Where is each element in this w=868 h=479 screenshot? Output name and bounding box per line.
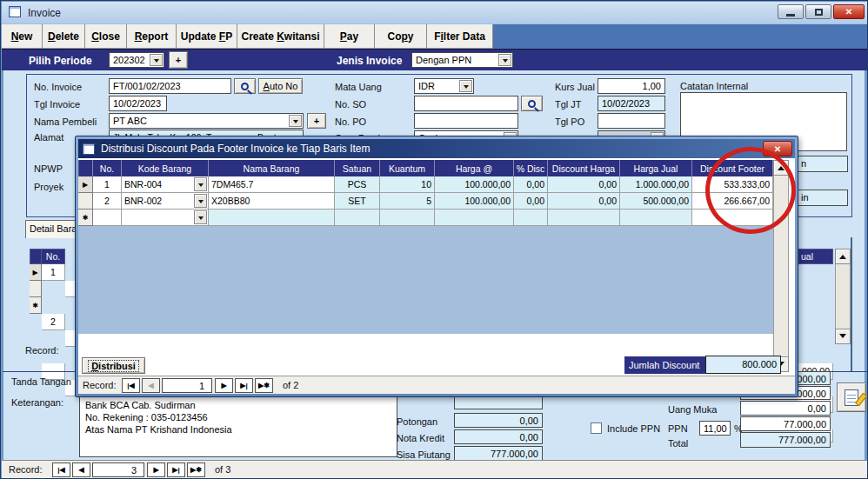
row-selector[interactable]: ▶ [78, 176, 93, 193]
no-so-field[interactable] [414, 96, 518, 111]
dialog-title-bar: Distribusi Discount Pada Footer Invoice … [78, 139, 795, 158]
filter-data-button[interactable]: Filter Data [427, 24, 493, 49]
no-so-label: No. SO [335, 99, 366, 110]
include-ppn-label: Include PPN [607, 423, 660, 434]
kode-barang-combobox[interactable]: BNR-004 [122, 176, 209, 193]
dropdown-icon[interactable] [498, 54, 511, 66]
search-so-button[interactable] [521, 96, 543, 111]
jenis-invoice-combobox[interactable]: Dengan PPN [411, 52, 513, 68]
new-row-selector[interactable]: ✱ [78, 210, 93, 226]
no-invoice-field[interactable]: FT/001/02/2023 [109, 78, 231, 94]
new-button[interactable]: New [2, 24, 43, 49]
search-invoice-button[interactable] [234, 78, 256, 94]
minimize-icon [786, 14, 795, 17]
tgl-invoice-field[interactable]: 10/02/2023 [109, 96, 167, 111]
include-ppn-checkbox[interactable] [591, 422, 602, 434]
items-grid-record-label: Record: [25, 345, 59, 356]
record-position-field[interactable]: 3 [92, 462, 144, 477]
record-count-label: of 2 [283, 380, 298, 390]
close-icon: ✕ [774, 144, 781, 154]
dialog-title: Distribusi Discount Pada Footer Invoice … [101, 143, 370, 155]
items-grid-selector-header [30, 249, 42, 264]
prev-record-button[interactable]: ◀ [72, 462, 90, 477]
jumlah-discount-field[interactable]: 800.000 [705, 356, 781, 374]
pay-button[interactable]: Pay [324, 24, 375, 49]
dialog-grid-row: ▶ 1 BNR-004 7DM465.7 PCS 10 100.000,00 0… [78, 176, 773, 193]
dropdown-icon[interactable] [289, 115, 302, 127]
hidden-field-fragment-1[interactable]: n [794, 156, 848, 172]
row-selector[interactable] [30, 281, 42, 297]
add-periode-button[interactable]: + [169, 51, 188, 69]
next-record-button[interactable]: ▶ [147, 462, 165, 477]
next-record-button[interactable]: ▶ [215, 378, 233, 393]
nama-pembeli-combobox[interactable]: PT ABC [109, 113, 304, 129]
maximize-button[interactable] [805, 4, 831, 19]
distribusi-button[interactable]: Distribusi [82, 357, 145, 374]
last-record-button[interactable]: ▶| [167, 462, 185, 477]
keterangan-label: Keterangan: [11, 397, 63, 408]
hidden-field-fragment-2[interactable]: in [794, 190, 848, 206]
prev-record-button[interactable]: ◀ [142, 378, 160, 393]
update-fp-button[interactable]: Update FP [177, 24, 237, 49]
auto-no-button[interactable]: Auto No [258, 78, 303, 94]
title-bar: Invoice [2, 2, 868, 23]
catatan-internal-label: Catatan Internal [680, 81, 748, 91]
new-record-button[interactable]: ▶✱ [187, 462, 205, 477]
red-annotation-circle [705, 147, 796, 234]
keterangan-textarea[interactable]: Bank BCA Cab. Sudirman No. Rekening : 03… [79, 396, 397, 457]
panel-right-border [851, 237, 852, 372]
dropdown-icon[interactable] [194, 177, 207, 191]
last-record-button[interactable]: ▶| [235, 378, 253, 393]
dialog-grid-header: No. Kode Barang Nama Barang Satuan Kuant… [78, 160, 773, 176]
add-pembeli-button[interactable]: + [307, 113, 326, 129]
dropdown-icon[interactable] [194, 210, 207, 224]
ppn-value-field[interactable]: 77.000,00 [740, 416, 831, 431]
items-grid-cell[interactable]: 1 [42, 264, 65, 281]
new-row-selector[interactable]: ✱ [30, 297, 42, 314]
sisa-piutang-field[interactable]: 777.000,00 [454, 446, 543, 461]
copy-button[interactable]: Copy [375, 24, 427, 49]
tgl-po-label: Tgl PO [555, 116, 584, 127]
scrollbar-track[interactable] [835, 264, 851, 329]
search-icon [241, 83, 249, 90]
potongan-field[interactable]: 0,00 [454, 413, 543, 428]
close-invoice-button[interactable]: Close [85, 24, 127, 49]
kurs-jual-field[interactable]: 1,00 [598, 78, 665, 94]
total-field[interactable]: 777.000,00 [740, 432, 831, 448]
minimize-button[interactable] [778, 4, 804, 19]
no-po-field[interactable] [414, 113, 518, 129]
report-button[interactable]: Report [127, 24, 177, 49]
tab-detail-barang[interactable]: Detail Barang [25, 220, 77, 238]
invoice-window: Invoice ✕ New Delete Close Report Update… [0, 0, 868, 479]
first-record-button[interactable]: |◀ [52, 462, 70, 477]
kode-barang-combobox[interactable]: BNR-002 [122, 193, 209, 210]
row-selector[interactable] [78, 193, 93, 210]
scroll-down-button[interactable] [835, 329, 851, 344]
mata-uang-combobox[interactable]: IDR [414, 78, 474, 94]
close-button[interactable]: ✕ [833, 4, 865, 19]
dropdown-icon[interactable] [150, 54, 163, 66]
no-po-label: No. PO [335, 116, 366, 127]
ppn-rate-field[interactable]: 11,00 [699, 421, 731, 436]
delete-button[interactable]: Delete [43, 24, 85, 49]
new-row-icon: ✱ [83, 214, 89, 222]
periode-combobox[interactable]: 202302 [109, 52, 164, 68]
tgl-po-field[interactable] [598, 113, 665, 129]
row-selector[interactable]: ▶ [30, 264, 42, 281]
dropdown-icon[interactable] [194, 194, 207, 208]
items-grid-cell[interactable]: 2 [42, 314, 65, 330]
first-record-button[interactable]: |◀ [122, 378, 140, 393]
scroll-up-button[interactable] [835, 249, 851, 264]
nama-pembeli-label: Nama Pembeli [34, 116, 97, 127]
record-position-field[interactable]: 1 [162, 378, 212, 393]
dialog-grid-empty-area [78, 226, 773, 334]
uang-muka-label: Uang Muka [668, 404, 717, 415]
tgl-jt-field[interactable]: 10/02/2023 [598, 96, 665, 111]
dropdown-icon[interactable] [459, 80, 472, 92]
kode-barang-combobox[interactable] [122, 210, 209, 226]
nota-kredit-field[interactable]: 0,00 [454, 429, 543, 444]
uang-muka-field[interactable]: 0,00 [740, 401, 831, 416]
note-button[interactable] [837, 383, 866, 412]
new-record-button[interactable]: ▶✱ [255, 378, 273, 393]
create-kwitansi-button[interactable]: Create Kwitansi [237, 24, 324, 49]
